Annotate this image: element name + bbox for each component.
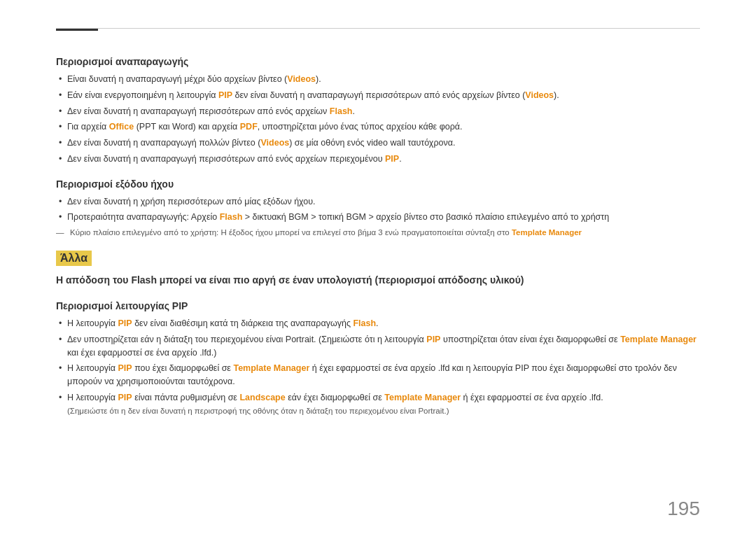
audio-bullet-list: Δεν είναι δυνατή η χρήση περισσότερων απ… bbox=[56, 195, 700, 225]
section-audio-output: Περιορισμοί εξόδου ήχου Δεν είναι δυνατή… bbox=[56, 178, 700, 239]
videos-highlight: Videos bbox=[287, 74, 316, 84]
flash-highlight-2: Flash bbox=[220, 212, 243, 222]
videos-highlight-3: Videos bbox=[260, 138, 289, 148]
list-item: Η λειτουργία PIP δεν είναι διαθέσιμη κατ… bbox=[56, 317, 700, 330]
section-playback-restrictions: Περιορισμοί αναπαραγωγής Είναι δυνατή η … bbox=[56, 56, 700, 166]
page-container: Περιορισμοί αναπαραγωγής Είναι δυνατή η … bbox=[0, 0, 756, 534]
list-item: Δεν είναι δυνατή η αναπαραγωγή πολλών βί… bbox=[56, 136, 700, 150]
pip-highlight-5: PIP bbox=[118, 363, 132, 373]
template-manager-highlight-4: Template Manager bbox=[384, 393, 461, 402]
pip-highlight-3: PIP bbox=[118, 318, 132, 328]
section-playback-title: Περιορισμοί αναπαραγωγής bbox=[56, 56, 700, 67]
big-statement: Η απόδοση του Flash μπορεί να είναι πιο … bbox=[56, 273, 700, 288]
list-item: Η λειτουργία PIP που έχει διαμορφωθεί σε… bbox=[56, 362, 700, 388]
landscape-highlight: Landscape bbox=[239, 393, 285, 402]
other-label: Άλλα bbox=[56, 251, 700, 273]
template-manager-highlight-2: Template Manager bbox=[620, 335, 696, 344]
audio-note: Κύριο πλαίσιο επιλεγμένο από το χρήστη: … bbox=[56, 227, 700, 238]
flash-highlight: Flash bbox=[330, 106, 353, 116]
flash-highlight-3: Flash bbox=[353, 318, 376, 328]
list-item: Εάν είναι ενεργοποιημένη η λειτουργία PI… bbox=[56, 89, 700, 102]
list-item: Δεν είναι δυνατή η χρήση περισσότερων απ… bbox=[56, 195, 700, 209]
page-number: 195 bbox=[667, 498, 700, 520]
pip-highlight-2: PIP bbox=[385, 154, 399, 164]
other-highlight-label: Άλλα bbox=[56, 251, 92, 266]
pip-highlight-6: PIP bbox=[118, 393, 132, 402]
template-manager-highlight: Template Manager bbox=[512, 228, 582, 237]
pip-bullet-list: Η λειτουργία PIP δεν είναι διαθέσιμη κατ… bbox=[56, 317, 700, 417]
section-other: Άλλα Η απόδοση του Flash μπορεί να είναι… bbox=[56, 251, 700, 288]
pip-highlight: PIP bbox=[218, 90, 232, 100]
list-item: Δεν είναι δυνατή η αναπαραγωγή περισσότε… bbox=[56, 153, 700, 166]
template-manager-highlight-3: Template Manager bbox=[233, 363, 309, 373]
list-item: Δεν υποστηρίζεται εάν η διάταξη του περι… bbox=[56, 333, 700, 360]
section-pip: Περιορισμοί λειτουργίας PIP Η λειτουργία… bbox=[56, 300, 700, 417]
list-item: Για αρχεία Office (PPT και Word) και αρχ… bbox=[56, 120, 700, 134]
section-pip-title: Περιορισμοί λειτουργίας PIP bbox=[56, 300, 700, 311]
list-item: Είναι δυνατή η αναπαραγωγή μέχρι δύο αρχ… bbox=[56, 73, 700, 86]
section-audio-title: Περιορισμοί εξόδου ήχου bbox=[56, 178, 700, 190]
videos-highlight-2: Videos bbox=[525, 90, 554, 100]
page-content: Περιορισμοί αναπαραγωγής Είναι δυνατή η … bbox=[56, 42, 700, 417]
list-item: Δεν είναι δυνατή η αναπαραγωγή περισσότε… bbox=[56, 105, 700, 118]
list-item: Προτεραιότητα αναπαραγωγής: Αρχείο Flash… bbox=[56, 211, 700, 224]
top-line-decoration bbox=[56, 28, 700, 29]
pip-highlight-4: PIP bbox=[426, 335, 440, 344]
list-item: Η λειτουργία PIP είναι πάντα ρυθμισμένη … bbox=[56, 391, 700, 418]
pdf-highlight: PDF bbox=[240, 122, 258, 132]
office-highlight: Office bbox=[109, 122, 134, 132]
playback-bullet-list: Είναι δυνατή η αναπαραγωγή μέχρι δύο αρχ… bbox=[56, 73, 700, 166]
